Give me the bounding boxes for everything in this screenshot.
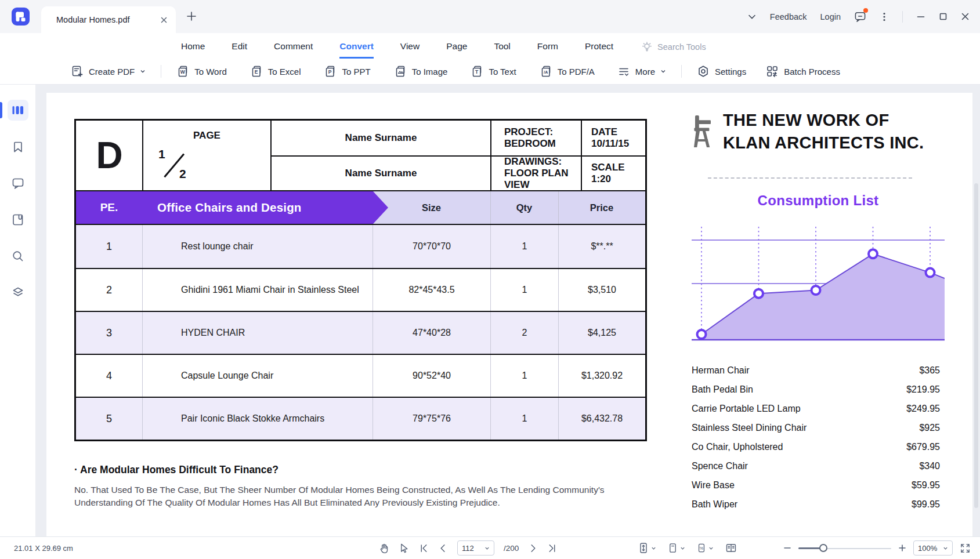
toolbar-to-pdf-a[interactable]: /ATo PDF/A xyxy=(540,65,595,78)
toolbar-to-excel[interactable]: ETo Excel xyxy=(250,65,301,78)
panel-title-line2: KLAN ARCHITECTS INC. xyxy=(723,132,924,154)
cell-qty: 1 xyxy=(490,355,558,397)
notification-dot xyxy=(863,8,868,13)
zoom-in-icon[interactable] xyxy=(898,544,906,552)
create-pdf-button[interactable]: Create PDF xyxy=(71,65,146,78)
svg-text:/A: /A xyxy=(544,70,548,74)
title-block: D Name Surname PROJECT: BEDROOM DATE 10/… xyxy=(76,121,645,190)
page-number-input[interactable]: 112 xyxy=(457,540,494,556)
col-header-size: Size xyxy=(373,191,490,224)
menu-protect[interactable]: Protect xyxy=(585,41,613,59)
kebab-menu-icon[interactable] xyxy=(880,12,889,22)
sidebar-item-attachments[interactable] xyxy=(8,209,28,230)
messages-icon[interactable] xyxy=(854,10,866,23)
project-cell: PROJECT: BEDROOM xyxy=(490,121,581,155)
table-row: 2Ghidini 1961 Miami Chair in Stainless S… xyxy=(76,268,645,311)
collapse-toolbar-icon[interactable] xyxy=(747,12,757,21)
cell-name: Capsule Lounge Chair xyxy=(142,355,373,397)
search-tools[interactable]: Search Tools xyxy=(641,41,706,59)
menu-home[interactable]: Home xyxy=(181,41,205,59)
sidebar-item-search[interactable] xyxy=(8,246,28,267)
tab-title: Modular Homes.pdf xyxy=(56,15,160,24)
name-cell-top: Name Surname xyxy=(270,121,490,155)
first-page-icon[interactable] xyxy=(419,543,429,553)
document-tab[interactable]: Modular Homes.pdf xyxy=(41,6,176,33)
chevron-down-icon xyxy=(140,68,146,74)
table-row: 5Pair Iconic Black Stokke Armchairs79*75… xyxy=(76,397,645,440)
cell-price: $**.** xyxy=(558,225,645,268)
toolbar-to-image[interactable]: To Image xyxy=(394,65,448,78)
zoom-mode-dropdown[interactable]: % xyxy=(697,542,714,554)
svg-text:%: % xyxy=(700,546,704,551)
toolbar-to-text[interactable]: TTo Text xyxy=(471,65,516,78)
search-tools-label: Search Tools xyxy=(657,42,706,52)
menu-tool[interactable]: Tool xyxy=(494,41,510,59)
cell-num: 4 xyxy=(76,355,142,397)
menu-convert[interactable]: Convert xyxy=(339,41,374,59)
zoom-slider-thumb[interactable] xyxy=(819,544,827,552)
batch-process-button[interactable]: Batch Process xyxy=(766,65,840,78)
cell-name: Pair Iconic Black Stokke Armchairs xyxy=(142,398,373,440)
toolbar-item-label: To Excel xyxy=(268,67,301,77)
table-row: 1Rest lounge chair70*70*701$**.** xyxy=(76,225,645,268)
svg-text:T: T xyxy=(475,69,479,75)
menu-edit[interactable]: Edit xyxy=(232,41,247,59)
title-block-logo: D xyxy=(76,121,142,190)
scale-cell: SCALE 1:20 xyxy=(581,155,645,190)
menu-comment[interactable]: Comment xyxy=(274,41,313,59)
menu-view[interactable]: View xyxy=(400,41,420,59)
chevron-down-icon xyxy=(943,546,948,551)
toolbar-to-word[interactable]: WTo Word xyxy=(176,65,227,78)
menu-page[interactable]: Page xyxy=(446,41,467,59)
next-page-icon[interactable] xyxy=(528,543,538,553)
previous-page-icon[interactable] xyxy=(438,543,448,553)
consumption-item: Carrie Portable LED Lamp$249.95 xyxy=(692,399,940,418)
app-logo-icon[interactable] xyxy=(12,8,30,26)
fit-mode-dropdown[interactable] xyxy=(668,542,685,554)
menu-form[interactable]: Form xyxy=(537,41,558,59)
chair-icon xyxy=(692,115,715,148)
item-price: $249.95 xyxy=(906,404,940,414)
panel-title: THE NEW WORK OF KLAN ARCHITECTS INC. xyxy=(723,109,924,155)
layers-icon xyxy=(11,286,25,300)
feedback-link[interactable]: Feedback xyxy=(770,12,807,21)
titlebar: Modular Homes.pdf Feedback Login xyxy=(0,0,980,33)
two-page-view-icon[interactable] xyxy=(725,543,737,553)
zoom-out-icon[interactable] xyxy=(783,544,791,552)
toolbar-to-ppt[interactable]: PTo PPT xyxy=(324,65,370,78)
maximize-button[interactable] xyxy=(939,12,948,21)
pdf-page[interactable]: D Name Surname PROJECT: BEDROOM DATE 10/… xyxy=(46,93,972,536)
sidebar-item-comments[interactable] xyxy=(8,173,28,194)
svg-text:W: W xyxy=(180,69,186,75)
vertical-scrollbar[interactable] xyxy=(974,183,978,508)
divider xyxy=(902,11,903,23)
cell-qty: 2 xyxy=(490,312,558,354)
close-button[interactable] xyxy=(961,12,970,21)
settings-button[interactable]: Settings xyxy=(697,65,746,78)
select-tool-icon[interactable] xyxy=(399,543,410,554)
item-name: Wire Base xyxy=(692,480,735,491)
item-price: $59.95 xyxy=(912,480,940,491)
fullscreen-icon[interactable] xyxy=(960,543,971,554)
consumption-list-title: Consumption List xyxy=(692,193,945,209)
consumption-items: Herman Chair$365Bath Pedal Bin$219.95Car… xyxy=(692,361,940,514)
last-page-icon[interactable] xyxy=(547,543,557,553)
item-name: Stainless Steel Dining Chair xyxy=(692,423,807,433)
zoom-level-dropdown[interactable]: 100% xyxy=(913,540,953,556)
login-link[interactable]: Login xyxy=(820,12,841,21)
consumption-item: Bath Wiper$99.95 xyxy=(692,495,940,514)
scroll-mode-dropdown[interactable] xyxy=(638,542,656,554)
new-tab-button[interactable] xyxy=(185,9,198,23)
name-cell-bottom: Name Surname xyxy=(270,155,490,190)
toolbar-item-label: To PDF/A xyxy=(558,67,595,77)
minimize-button[interactable] xyxy=(916,12,925,21)
menubar: HomeEditCommentConvertViewPageToolFormPr… xyxy=(0,33,980,59)
sidebar-item-layers[interactable] xyxy=(8,282,28,303)
chevron-down-icon xyxy=(660,68,666,74)
hand-tool-icon[interactable] xyxy=(378,543,389,554)
more-button[interactable]: More xyxy=(618,66,666,78)
sidebar-item-bookmarks[interactable] xyxy=(8,136,28,157)
sidebar-item-thumbnails[interactable] xyxy=(8,100,28,121)
zoom-slider[interactable] xyxy=(798,543,891,553)
tab-close-icon[interactable] xyxy=(160,16,168,24)
